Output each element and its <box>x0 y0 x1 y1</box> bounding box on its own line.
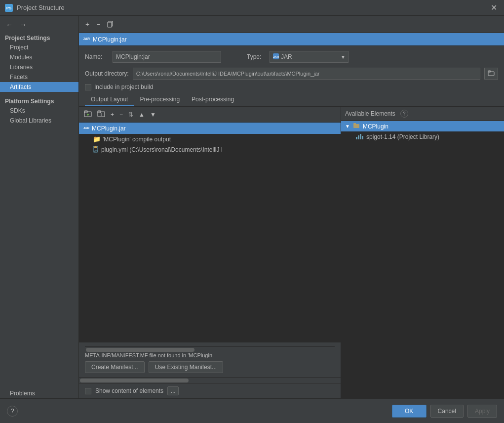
warning-buttons: Create Manifest... Use Existing Manifest… <box>85 361 335 373</box>
name-type-row: Name: Type: JAR JAR WAR EAR AAR ▼ <box>79 46 504 66</box>
svg-rect-20 <box>94 146 97 148</box>
show-content-label: Show content of elements <box>95 387 163 394</box>
svg-rect-22 <box>353 124 359 128</box>
use-existing-manifest-button[interactable]: Use Existing Manifest... <box>149 361 223 373</box>
available-content[interactable]: ▼ MCPlugin <box>341 121 504 398</box>
bottom-horizontal-scrollbar[interactable] <box>79 377 341 383</box>
sidebar-item-modules[interactable]: Modules <box>0 52 78 62</box>
create-dir-button[interactable] <box>82 109 94 120</box>
svg-text:JAR: JAR <box>83 127 90 129</box>
sidebar-nav-row: ← → <box>0 18 78 32</box>
sidebar-item-artifacts[interactable]: Artifacts <box>0 82 78 92</box>
title-bar-left: PS Project Structure <box>5 4 65 12</box>
remove-artifact-button[interactable]: − <box>94 19 103 30</box>
artifact-tree-content[interactable]: JAR MCPlugin.jar 📁 'MCPlugin' compile ou… <box>79 123 341 342</box>
jar-type-icon: JAR <box>272 53 279 61</box>
forward-button[interactable]: → <box>18 20 29 30</box>
folder-icon: 📁 <box>93 135 101 143</box>
warning-message: META-INF/MANIFEST.MF file not found in '… <box>85 352 335 358</box>
file-icon: yml <box>93 146 99 154</box>
show-content-row: Show content of elements ... <box>79 383 341 398</box>
chart-icon <box>356 133 363 141</box>
include-in-build-label: Include in project build <box>94 84 153 90</box>
show-content-dots-button[interactable]: ... <box>167 386 179 395</box>
tree-item-plugin-yml-label: plugin.yml (C:\Users\ronal\Documents\Int… <box>101 146 223 153</box>
available-header: Available Elements ? <box>341 107 504 121</box>
bottom-bar: ? OK Cancel Apply <box>0 398 504 423</box>
tab-post-processing[interactable]: Post-processing <box>186 93 240 106</box>
ok-button[interactable]: OK <box>392 405 426 418</box>
artifact-tree-panel: + − ⇅ ▲ ▼ JAR MCPl <box>79 107 341 398</box>
tab-output-layout[interactable]: Output Layout <box>85 93 134 106</box>
copy-artifact-button[interactable] <box>105 19 116 29</box>
available-elements-label: Available Elements <box>345 110 395 117</box>
avail-item-spigot[interactable]: spigot-1.14 (Project Library) <box>341 131 504 142</box>
add-element-button[interactable]: + <box>109 110 116 119</box>
sidebar-item-facets[interactable]: Facets <box>0 72 78 82</box>
extract-button[interactable] <box>95 109 107 120</box>
output-dir-label: Output directory: <box>85 70 129 77</box>
tree-item-compile-label: 'MCPlugin' compile output <box>103 136 171 143</box>
h-scroll-thumb[interactable] <box>86 348 194 352</box>
tree-item-jar-icon: JAR <box>83 124 90 132</box>
help-button[interactable]: ? <box>7 406 18 417</box>
available-panel: Available Elements ? ▼ MCPlugin <box>341 107 504 398</box>
browse-button[interactable] <box>484 68 498 80</box>
sidebar-item-libraries[interactable]: Libraries <box>0 62 78 72</box>
svg-text:PS: PS <box>6 6 12 10</box>
tree-toolbar: + − ⇅ ▲ ▼ <box>79 107 341 123</box>
move-up-button[interactable]: ▲ <box>137 110 147 119</box>
apply-button[interactable]: Apply <box>467 405 497 418</box>
main-layout: ← → Project Settings Project Modules Lib… <box>0 16 504 398</box>
tree-item-plugin-yml[interactable]: yml plugin.yml (C:\Users\ronal\Documents… <box>79 144 341 155</box>
project-settings-header: Project Settings <box>0 32 78 42</box>
avail-item-mcplugin[interactable]: ▼ MCPlugin <box>341 121 504 131</box>
sidebar-item-global-libraries[interactable]: Global Libraries <box>0 116 78 126</box>
avail-mcplugin-label: MCPlugin <box>363 123 388 130</box>
svg-text:JAR: JAR <box>83 37 90 41</box>
warning-area: META-INF/MANIFEST.MF file not found in '… <box>79 342 341 377</box>
avail-spigot-label: spigot-1.14 (Project Library) <box>366 133 439 140</box>
move-down-button[interactable]: ▼ <box>148 110 158 119</box>
type-label: Type: <box>247 53 262 60</box>
type-select-wrapper: JAR JAR WAR EAR AAR ▼ <box>270 51 349 63</box>
output-dir-row: Output directory: <box>79 66 504 82</box>
show-content-checkbox[interactable] <box>85 388 91 394</box>
remove-element-button[interactable]: − <box>117 110 125 119</box>
tab-pre-processing[interactable]: Pre-processing <box>134 93 186 106</box>
horizontal-scrollbar[interactable] <box>85 346 335 352</box>
name-input[interactable] <box>113 51 221 63</box>
tabs-row: Output Layout Pre-processing Post-proces… <box>79 93 504 107</box>
output-dir-input[interactable] <box>133 68 480 80</box>
sidebar-item-sdks[interactable]: SDKs <box>0 106 78 116</box>
output-layout-area: + − ⇅ ▲ ▼ JAR MCPl <box>79 107 504 398</box>
platform-settings-header: Platform Settings <box>0 95 78 106</box>
sort-button[interactable]: ⇅ <box>126 110 135 119</box>
title-bar: PS Project Structure ✕ <box>0 0 504 16</box>
bottom-h-scroll-thumb[interactable] <box>80 379 189 382</box>
create-manifest-button[interactable]: Create Manifest... <box>85 361 145 373</box>
expand-arrow-icon: ▼ <box>345 124 350 129</box>
svg-rect-23 <box>353 123 356 125</box>
tree-item-root[interactable]: JAR MCPlugin.jar <box>79 123 341 134</box>
close-button[interactable]: ✕ <box>489 3 499 13</box>
include-in-build-checkbox[interactable] <box>85 84 91 90</box>
app-icon: PS <box>5 4 13 12</box>
artifact-list-item[interactable]: JAR MCPlugin:jar <box>79 33 504 45</box>
svg-text:JAR: JAR <box>273 55 279 58</box>
sidebar-item-problems[interactable]: Problems <box>0 388 78 398</box>
sidebar: ← → Project Settings Project Modules Lib… <box>0 16 79 398</box>
tree-item-compile[interactable]: 📁 'MCPlugin' compile output <box>79 134 341 144</box>
cancel-button[interactable]: Cancel <box>430 405 464 418</box>
tree-item-root-label: MCPlugin.jar <box>92 125 126 132</box>
back-button[interactable]: ← <box>4 20 15 30</box>
type-select[interactable]: JAR WAR EAR AAR <box>270 51 349 63</box>
artifact-jar-icon: JAR <box>83 35 90 43</box>
available-elements-help-button[interactable]: ? <box>400 110 408 118</box>
include-in-build-row: Include in project build <box>79 82 504 93</box>
content-area: + − JAR MCPlugin:jar <box>79 16 504 398</box>
svg-text:yml: yml <box>94 149 98 152</box>
artifact-name: MCPlugin:jar <box>93 36 127 43</box>
add-artifact-button[interactable]: + <box>83 19 92 30</box>
sidebar-item-project[interactable]: Project <box>0 42 78 52</box>
